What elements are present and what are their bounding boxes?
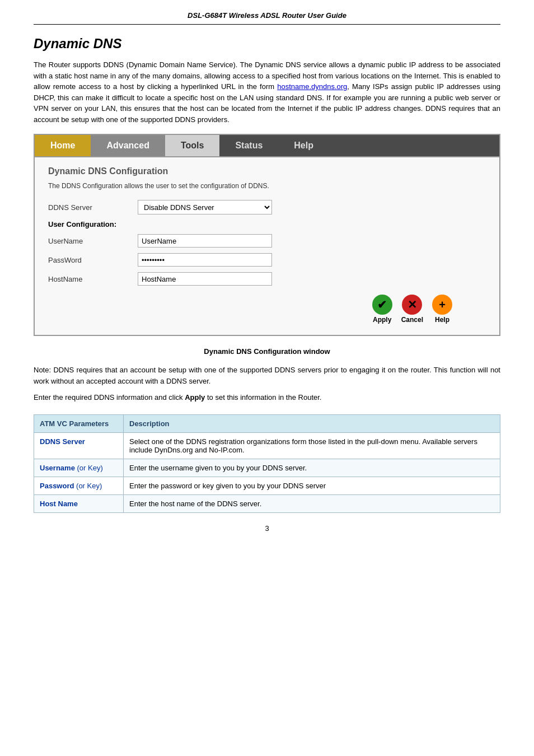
panel-body: Dynamic DNS Configuration The DDNS Confi…	[35, 157, 499, 335]
nav-bar: Home Advanced Tools Status Help	[35, 135, 499, 157]
table-row: Username (or Key) Enter the username giv…	[34, 459, 500, 477]
apply-icon: ✔	[372, 295, 392, 315]
ddns-server-select[interactable]: Disable DDNS Server DynDns.org No-IP.com	[138, 200, 272, 214]
page-title: Dynamic DNS	[34, 36, 500, 52]
ddns-server-label: DDNS Server	[48, 203, 138, 212]
desc-username: Enter the username given to you by your …	[124, 459, 500, 477]
table-row: Host Name Enter the host name of the DDN…	[34, 494, 500, 512]
username-row: UserName	[48, 234, 486, 248]
nav-advanced[interactable]: Advanced	[91, 135, 165, 156]
nav-status[interactable]: Status	[219, 135, 278, 156]
help-icon: +	[432, 295, 452, 315]
user-config-header: User Configuration:	[48, 220, 486, 228]
cancel-icon: ✕	[402, 295, 422, 315]
desc-hostname: Enter the host name of the DDNS server.	[124, 494, 500, 512]
parameters-table: ATM VC Parameters Description DDNS Serve…	[34, 414, 500, 513]
page-number: 3	[34, 524, 500, 533]
table-header-desc: Description	[124, 414, 500, 432]
param-hostname: Host Name	[34, 494, 124, 512]
router-ui-panel: Home Advanced Tools Status Help Dynamic …	[34, 134, 500, 336]
panel-description: The DDNS Configuration allows the user t…	[48, 182, 486, 190]
apply-inline-label: Apply	[185, 393, 205, 402]
panel-section-title: Dynamic DNS Configuration	[48, 166, 486, 176]
note-2: Enter the required DDNS information and …	[34, 392, 500, 403]
nav-tools[interactable]: Tools	[165, 135, 219, 156]
cancel-label: Cancel	[401, 316, 423, 324]
param-username: Username (or Key)	[34, 459, 124, 477]
action-buttons: ✔ Apply ✕ Cancel + Help	[48, 295, 486, 324]
table-row: Password (or Key) Enter the password or …	[34, 477, 500, 494]
hostname-label: HostName	[48, 275, 138, 283]
param-ddns-server: DDNS Server	[34, 432, 124, 459]
note-1: Note: DDNS requires that an account be s…	[34, 365, 500, 386]
username-label: UserName	[48, 237, 138, 245]
ddns-server-row: DDNS Server Disable DDNS Server DynDns.o…	[48, 200, 486, 214]
password-row: PassWord	[48, 253, 486, 267]
apply-button[interactable]: ✔ Apply	[372, 295, 392, 324]
desc-ddns-server: Select one of the DDNS registration orga…	[124, 432, 500, 459]
table-row: DDNS Server Select one of the DDNS regis…	[34, 432, 500, 459]
nav-home[interactable]: Home	[35, 135, 91, 156]
password-input[interactable]	[138, 253, 272, 267]
param-password: Password (or Key)	[34, 477, 124, 494]
panel-caption: Dynamic DNS Configuration window	[34, 347, 500, 356]
dyndns-link[interactable]: hostname.dyndns.org	[277, 82, 347, 91]
cancel-button[interactable]: ✕ Cancel	[401, 295, 423, 324]
hostname-input[interactable]	[138, 272, 272, 286]
hostname-row: HostName	[48, 272, 486, 286]
nav-help[interactable]: Help	[278, 135, 329, 156]
password-label: PassWord	[48, 256, 138, 264]
apply-label: Apply	[373, 316, 391, 324]
help-button[interactable]: + Help	[432, 295, 452, 324]
table-header-params: ATM VC Parameters	[34, 414, 124, 432]
help-label: Help	[435, 316, 449, 324]
document-header: DSL-G684T Wireless ADSL Router User Guid…	[34, 11, 500, 25]
desc-password: Enter the password or key given to you b…	[124, 477, 500, 494]
intro-text: The Router supports DDNS (Dynamic Domain…	[34, 59, 500, 125]
username-input[interactable]	[138, 234, 272, 248]
